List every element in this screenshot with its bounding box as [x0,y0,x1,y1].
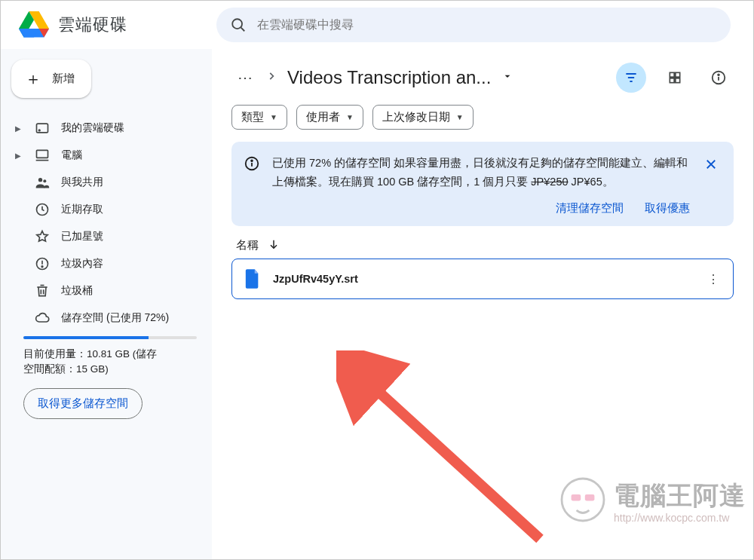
storage-usage-text: 目前使用量：10.81 GB (儲存 空間配額：15 GB) [11,347,201,378]
svg-rect-2 [37,124,48,133]
svg-rect-4 [37,150,48,158]
trash-icon [34,283,51,298]
chevron-right-icon: ▶ [13,124,23,133]
svg-point-0 [232,19,242,29]
sidebar-item-recent[interactable]: 近期存取 [11,197,201,222]
svg-point-5 [38,178,42,182]
sidebar-item-label: 近期存取 [61,203,103,216]
sidebar-item-label: 已加星號 [61,230,103,243]
sidebar-item-shared[interactable]: 與我共用 [11,170,201,194]
folder-title-dropdown[interactable] [501,70,513,85]
filter-chip-people[interactable]: 使用者▼ [296,105,363,130]
banner-message: 已使用 72% 的儲存空間 如果容量用盡，日後就沒有足夠的儲存空間能建立、編輯和… [272,154,690,191]
chevron-right-icon: ▶ [13,151,23,160]
my-drive-icon [34,121,51,136]
svg-line-1 [241,28,245,32]
svg-point-17 [251,160,253,161]
sidebar-item-storage[interactable]: 儲存空間 (已使用 72%) [11,306,201,330]
banner-get-offer-link[interactable]: 取得優惠 [645,201,690,216]
sidebar-item-label: 電腦 [61,148,82,162]
new-button-label: 新增 [52,72,75,86]
grid-view-icon[interactable] [660,63,690,93]
chevron-down-icon: ▼ [456,113,464,121]
search-input[interactable] [257,18,717,32]
shared-icon [34,175,51,190]
sidebar-item-label: 儲存空間 (已使用 72%) [61,311,169,325]
sidebar-item-label: 垃圾桶 [61,284,93,298]
chevron-down-icon: ▼ [270,113,277,121]
svg-rect-10 [670,72,674,77]
get-more-storage-button[interactable]: 取得更多儲存空間 [23,388,143,419]
svg-rect-13 [676,78,680,83]
cloud-icon [34,311,51,326]
search-bar[interactable] [216,8,731,42]
svg-rect-12 [670,78,674,83]
svg-point-6 [43,179,46,182]
sidebar-item-spam[interactable]: 垃圾內容 [11,252,201,276]
storage-banner: 已使用 72% 的儲存空間 如果容量用盡，日後就沒有足夠的儲存空間能建立、編輯和… [231,142,734,226]
watermark: 電腦王阿達http://www.kocpc.com.tw [556,473,746,529]
new-button[interactable]: ＋ 新增 [11,60,91,98]
search-icon [230,17,247,33]
svg-point-15 [718,74,719,75]
app-title: 雲端硬碟 [58,14,127,36]
sidebar-item-label: 我的雲端硬碟 [61,121,124,135]
svg-line-18 [366,381,540,539]
more-icon[interactable]: ⋮ [703,268,724,289]
breadcrumb-overflow[interactable]: ⋯ [231,64,259,91]
filter-chip-modified[interactable]: 上次修改日期▼ [372,105,474,130]
sidebar-item-label: 與我共用 [61,176,103,189]
storage-progress [23,336,197,339]
sidebar-item-computers[interactable]: ▶ 電腦 [11,143,201,167]
info-icon [244,154,262,175]
close-icon[interactable] [700,154,722,175]
folder-title[interactable]: Videos Transcription an... [287,67,491,88]
arrow-down-icon[interactable] [268,238,280,252]
sidebar-item-starred[interactable]: 已加星號 [11,225,201,249]
drive-logo-icon [19,11,49,38]
svg-rect-21 [585,494,595,500]
clock-icon [34,202,51,217]
annotation-arrow [336,350,562,559]
computer-icon [34,148,51,163]
svg-rect-20 [572,494,581,500]
filter-icon[interactable] [616,63,646,93]
file-row[interactable]: JzpUfRv45yY.srt ⋮ [231,259,734,299]
file-icon [244,269,261,289]
spam-icon [34,256,51,271]
filter-chip-type[interactable]: 類型▼ [231,105,287,130]
info-icon[interactable] [703,63,734,93]
chevron-right-icon [266,71,277,84]
sidebar-item-trash[interactable]: 垃圾桶 [11,279,201,303]
star-icon [34,229,51,244]
svg-rect-11 [676,72,680,77]
sidebar-item-label: 垃圾內容 [61,257,103,271]
sidebar-item-my-drive[interactable]: ▶ 我的雲端硬碟 [11,116,201,140]
chevron-down-icon: ▼ [346,113,354,121]
file-name: JzpUfRv45yY.srt [273,273,691,285]
svg-point-3 [38,130,40,131]
banner-clean-storage-link[interactable]: 清理儲存空間 [556,201,624,216]
svg-point-9 [41,266,43,268]
svg-point-19 [562,479,604,521]
column-header-name[interactable]: 名稱 [236,238,259,252]
